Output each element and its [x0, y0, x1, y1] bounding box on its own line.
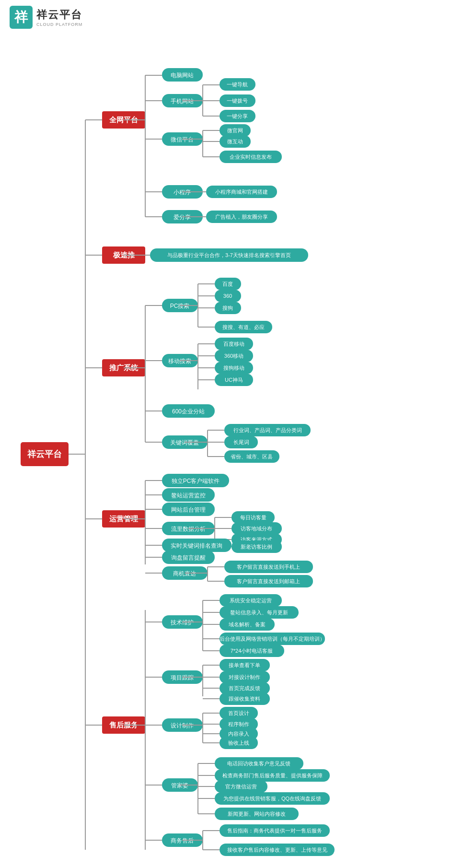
- svg-text:验收上线: 验收上线: [228, 740, 249, 746]
- svg-text:一键分享: 一键分享: [227, 113, 248, 119]
- svg-text:首页设计: 首页设计: [228, 710, 249, 716]
- svg-text:企业实时信息发布: 企业实时信息发布: [230, 154, 272, 160]
- svg-text:7*24小时电话客服: 7*24小时电话客服: [231, 648, 273, 654]
- svg-text:小程序商城和官网搭建: 小程序商城和官网搭建: [215, 189, 268, 195]
- svg-text:一键导航: 一键导航: [227, 82, 248, 87]
- svg-text:与品极重行业平台合作，3-7天快速排名搜索引擎首页: 与品极重行业平台合作，3-7天快速排名搜索引擎首页: [167, 252, 291, 258]
- svg-text:对接设计制作: 对接设计制作: [229, 674, 260, 680]
- svg-text:鳌站运营监控: 鳌站运营监控: [171, 492, 206, 499]
- svg-text:一键拨号: 一键拨号: [227, 98, 248, 104]
- svg-text:为您提供在线营销客服，QQ在线询盘反馈: 为您提供在线营销客服，QQ在线询盘反馈: [223, 796, 321, 801]
- svg-text:鳌站信息录入、每月更新: 鳌站信息录入、每月更新: [230, 610, 288, 615]
- logo-icon: 祥: [10, 6, 33, 29]
- svg-text:省份、城市、区县: 省份、城市、区县: [231, 454, 273, 459]
- logo: 祥 祥云平台 CLOUD PLATFORM: [10, 6, 82, 29]
- svg-text:接单查看下单: 接单查看下单: [229, 662, 260, 668]
- svg-text:询盘留言提醒: 询盘留言提醒: [171, 554, 206, 561]
- svg-text:系统安全稳定运营: 系统安全稳定运营: [230, 598, 272, 603]
- svg-text:百度移动: 百度移动: [223, 341, 244, 347]
- svg-text:独立PC客户端软件: 独立PC客户端软件: [172, 478, 220, 484]
- svg-text:百度: 百度: [222, 281, 233, 287]
- svg-text:电脑网站: 电脑网站: [171, 72, 194, 79]
- svg-text:搜搜、有道、必应: 搜搜、有道、必应: [222, 324, 265, 330]
- svg-text:网站后台管理: 网站后台管理: [171, 506, 206, 513]
- svg-text:360: 360: [223, 293, 232, 299]
- main-content: 祥云平台 全网平台 电脑网站 手机网站: [0, 35, 463, 868]
- svg-text:接收客户售后内容修改、更新、上传等意见: 接收客户售后内容修改、更新、上传等意见: [227, 847, 327, 853]
- svg-text:每日访客量: 每日访客量: [240, 515, 266, 520]
- svg-text:广告植入，朋友圈分享: 广告植入，朋友圈分享: [215, 214, 268, 220]
- svg-text:搜狗移动: 搜狗移动: [223, 365, 244, 371]
- svg-text:程序制作: 程序制作: [228, 721, 249, 727]
- mindmap-container: 祥云平台 全网平台 电脑网站 手机网站: [11, 39, 452, 868]
- svg-text:电话回访收集客户意见反馈: 电话回访收集客户意见反馈: [227, 761, 290, 766]
- svg-text:600企业分站: 600企业分站: [172, 408, 205, 415]
- svg-text:后台使用及网络营销培训（每月不定期培训）: 后台使用及网络营销培训（每月不定期培训）: [220, 636, 325, 642]
- svg-text:访客地域分布: 访客地域分布: [241, 526, 272, 531]
- svg-text:长尾词: 长尾词: [233, 439, 249, 445]
- svg-text:客户留言直接发送到手机上: 客户留言直接发送到手机上: [237, 564, 300, 570]
- mindmap-svg: 祥云平台 全网平台 电脑网站 手机网站: [11, 39, 452, 868]
- svg-text:跟催收集资料: 跟催收集资料: [229, 696, 260, 702]
- svg-text:微官网: 微官网: [227, 128, 243, 133]
- svg-text:售后指南：商务代表提供一对一售后服务: 售后指南：商务代表提供一对一售后服务: [227, 828, 322, 833]
- svg-text:实时关键词排名查询: 实时关键词排名查询: [171, 542, 222, 549]
- svg-text:搜狗: 搜狗: [222, 305, 233, 311]
- svg-text:UC神马: UC神马: [225, 377, 243, 383]
- root-label: 祥云平台: [27, 449, 62, 459]
- svg-text:客户留言直接发送到邮箱上: 客户留言直接发送到邮箱上: [237, 578, 300, 584]
- svg-text:首页完成反馈: 首页完成反馈: [229, 685, 260, 691]
- svg-text:新老访客比例: 新老访客比例: [241, 544, 272, 550]
- svg-text:域名解析、备案: 域名解析、备案: [228, 622, 266, 627]
- header: 祥 祥云平台 CLOUD PLATFORM: [0, 0, 463, 35]
- logo-text: 祥云平台 CLOUD PLATFORM: [36, 8, 82, 27]
- svg-text:官方微信运营: 官方微信运营: [225, 784, 257, 789]
- svg-text:行业词、产品词、产品分类词: 行业词、产品词、产品分类词: [233, 427, 302, 433]
- svg-text:360移动: 360移动: [224, 353, 243, 359]
- svg-text:新闻更新、网站内容修改: 新闻更新、网站内容修改: [228, 811, 286, 817]
- svg-text:微互动: 微互动: [227, 139, 243, 144]
- svg-text:内容录入: 内容录入: [228, 731, 249, 737]
- svg-text:检查商务部门售后服务质量、提供服务保障: 检查商务部门售后服务质量、提供服务保障: [222, 773, 323, 778]
- logo-title: 祥云平台: [36, 8, 82, 22]
- logo-subtitle: CLOUD PLATFORM: [36, 22, 82, 27]
